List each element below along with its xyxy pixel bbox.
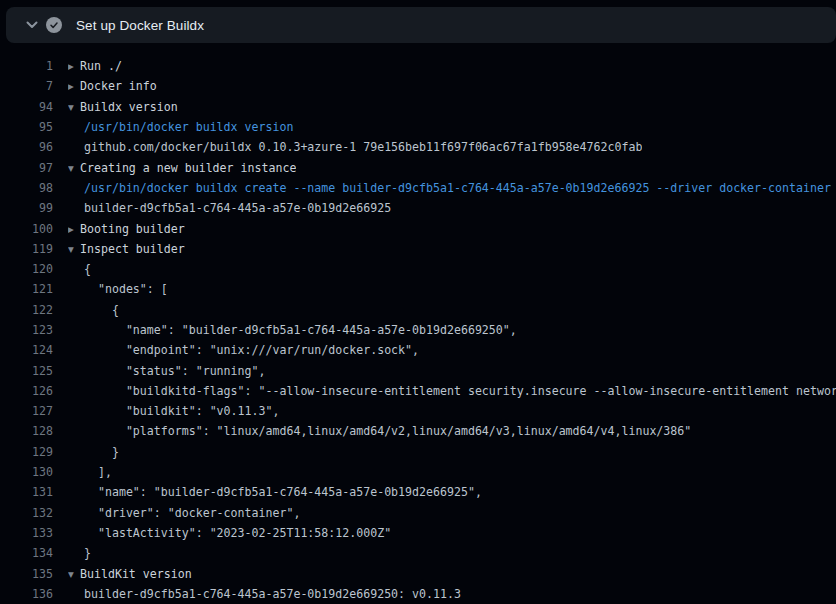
output-text: "lastActivity": "2023-02-25T11:58:12.000… [68, 526, 391, 540]
triangle-down-icon[interactable]: ▼ [68, 103, 80, 112]
log-line: 133 "lastActivity": "2023-02-25T11:58:12… [0, 523, 836, 543]
log-line: 123 "name": "builder-d9cfb5a1-c764-445a-… [0, 320, 836, 340]
line-number-link[interactable]: 125 [0, 364, 53, 378]
line-number-link[interactable]: 133 [0, 526, 53, 540]
line-number-link[interactable]: 96 [0, 140, 53, 154]
line-number-link[interactable]: 122 [0, 303, 53, 317]
line-number-link[interactable]: 94 [0, 100, 53, 114]
log-line: 1 ▶Run ./ [0, 56, 836, 76]
line-number-link[interactable]: 132 [0, 506, 53, 520]
output-text: github.com/docker/buildx 0.10.3+azure-1 … [68, 140, 642, 154]
group-title[interactable]: Docker info [80, 79, 157, 93]
line-number-link[interactable]: 134 [0, 546, 53, 560]
line-number-link[interactable]: 98 [0, 181, 53, 195]
line-number-link[interactable]: 99 [0, 201, 53, 215]
log-line: 97 ▼Creating a new builder instance [0, 157, 836, 177]
line-number-link[interactable]: 1 [0, 59, 53, 73]
log-line: 121 "nodes": [ [0, 279, 836, 299]
line-number-link[interactable]: 131 [0, 485, 53, 499]
check-circle-icon [46, 17, 62, 33]
line-number-link[interactable]: 136 [0, 587, 53, 601]
line-number-link[interactable]: 124 [0, 343, 53, 357]
output-text: { [68, 303, 119, 317]
log-line: 122 { [0, 300, 836, 320]
group-header[interactable]: ▼BuildKit version [68, 567, 192, 581]
line-number-link[interactable]: 119 [0, 242, 53, 256]
output-text: "name": "builder-d9cfb5a1-c764-445a-a57e… [68, 323, 517, 337]
log-line: 131 "name": "builder-d9cfb5a1-c764-445a-… [0, 482, 836, 502]
log-line: 96 github.com/docker/buildx 0.10.3+azure… [0, 137, 836, 157]
log-line: 127 "buildkit": "v0.11.3", [0, 401, 836, 421]
output-text: "driver": "docker-container", [68, 506, 300, 520]
log-line: 120 { [0, 259, 836, 279]
line-number-link[interactable]: 128 [0, 424, 53, 438]
group-header[interactable]: ▼Buildx version [68, 100, 178, 114]
log-line: 98 /usr/bin/docker buildx create --name … [0, 178, 836, 198]
command-text: /usr/bin/docker buildx create --name bui… [68, 181, 831, 195]
output-text: builder-d9cfb5a1-c764-445a-a57e-0b19d2e6… [68, 587, 461, 601]
line-number-link[interactable]: 129 [0, 445, 53, 459]
output-text: "platforms": "linux/amd64,linux/amd64/v2… [68, 424, 691, 438]
group-header[interactable]: ▶Docker info [68, 79, 157, 93]
triangle-right-icon[interactable]: ▶ [68, 225, 80, 234]
triangle-down-icon[interactable]: ▼ [68, 245, 80, 254]
line-number-link[interactable]: 123 [0, 323, 53, 337]
output-text: } [68, 445, 119, 459]
output-text: "buildkitd-flags": "--allow-insecure-ent… [68, 384, 836, 398]
log-line: 7 ▶Docker info [0, 76, 836, 96]
group-header[interactable]: ▶Run ./ [68, 59, 122, 73]
triangle-down-icon[interactable]: ▼ [68, 164, 80, 173]
line-number-link[interactable]: 97 [0, 161, 53, 175]
log-line: 135 ▼BuildKit version [0, 563, 836, 583]
group-header[interactable]: ▼Inspect builder [68, 242, 185, 256]
step-header[interactable]: Set up Docker Buildx [6, 7, 836, 43]
log-line: 130 ], [0, 462, 836, 482]
group-title[interactable]: Booting builder [80, 222, 185, 236]
log-line: 124 "endpoint": "unix:///var/run/docker.… [0, 340, 836, 360]
log-line: 132 "driver": "docker-container", [0, 503, 836, 523]
output-text: "status": "running", [68, 364, 265, 378]
line-number-link[interactable]: 135 [0, 567, 53, 581]
line-number-link[interactable]: 100 [0, 222, 53, 236]
output-text: } [68, 546, 91, 560]
command-text: /usr/bin/docker buildx version [68, 120, 293, 134]
log-line: 128 "platforms": "linux/amd64,linux/amd6… [0, 421, 836, 441]
log-line: 136 builder-d9cfb5a1-c764-445a-a57e-0b19… [0, 584, 836, 604]
line-number-link[interactable]: 95 [0, 120, 53, 134]
output-text: "name": "builder-d9cfb5a1-c764-445a-a57e… [68, 485, 482, 499]
line-number-link[interactable]: 130 [0, 465, 53, 479]
log-line: 99 builder-d9cfb5a1-c764-445a-a57e-0b19d… [0, 198, 836, 218]
output-text: builder-d9cfb5a1-c764-445a-a57e-0b19d2e6… [68, 201, 391, 215]
line-number-link[interactable]: 7 [0, 79, 53, 93]
log-line: 95 /usr/bin/docker buildx version [0, 117, 836, 137]
group-header[interactable]: ▼Creating a new builder instance [68, 161, 296, 175]
triangle-down-icon[interactable]: ▼ [68, 570, 80, 579]
log-line: 134 } [0, 543, 836, 563]
step-title: Set up Docker Buildx [76, 18, 204, 33]
output-text: "nodes": [ [68, 282, 168, 296]
log-line: 125 "status": "running", [0, 360, 836, 380]
log-area: 1 ▶Run ./ 7 ▶Docker info 94 ▼Buildx vers… [0, 43, 836, 604]
group-title[interactable]: Buildx version [80, 100, 178, 114]
log-line: 119 ▼Inspect builder [0, 239, 836, 259]
output-text: "endpoint": "unix:///var/run/docker.sock… [68, 343, 419, 357]
output-text: { [68, 262, 91, 276]
triangle-right-icon[interactable]: ▶ [68, 82, 80, 91]
line-number-link[interactable]: 120 [0, 262, 53, 276]
log-line: 126 "buildkitd-flags": "--allow-insecure… [0, 381, 836, 401]
log-line: 94 ▼Buildx version [0, 97, 836, 117]
group-title[interactable]: Run ./ [80, 59, 122, 73]
output-text: ], [68, 465, 112, 479]
line-number-link[interactable]: 127 [0, 404, 53, 418]
chevron-down-icon[interactable] [26, 21, 38, 29]
line-number-link[interactable]: 121 [0, 282, 53, 296]
group-title[interactable]: BuildKit version [80, 567, 192, 581]
log-line: 100 ▶Booting builder [0, 218, 836, 238]
log-line: 129 } [0, 442, 836, 462]
output-text: "buildkit": "v0.11.3", [68, 404, 279, 418]
group-title[interactable]: Creating a new builder instance [80, 161, 296, 175]
group-header[interactable]: ▶Booting builder [68, 222, 185, 236]
group-title[interactable]: Inspect builder [80, 242, 185, 256]
line-number-link[interactable]: 126 [0, 384, 53, 398]
triangle-right-icon[interactable]: ▶ [68, 62, 80, 71]
